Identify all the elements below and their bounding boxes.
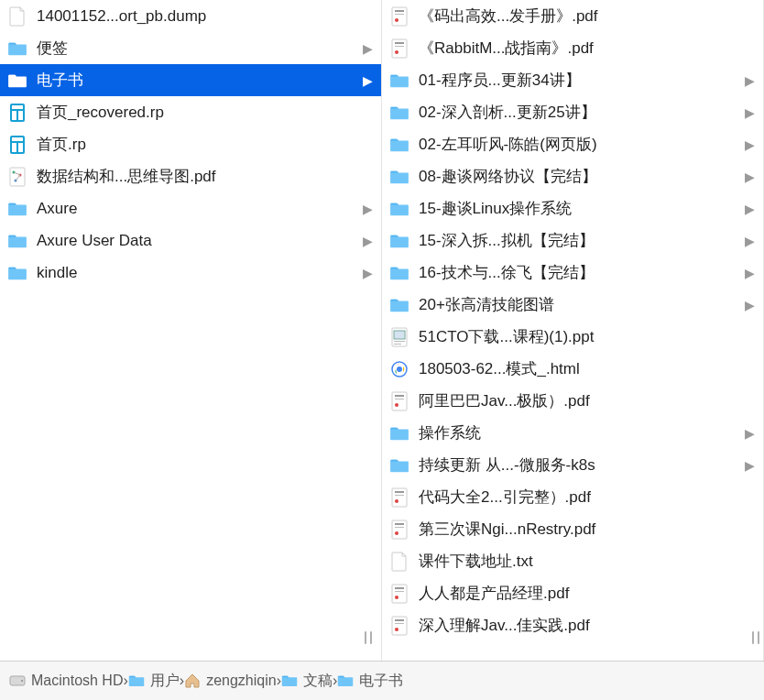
svg-rect-36 [395,523,404,525]
file-label: 14001152...ort_pb.dump [37,7,374,26]
svg-rect-19 [395,46,404,47]
file-label: 02-深入剖析...更新25讲】 [419,102,745,123]
file-label: 操作系统 [419,422,745,443]
path-segment[interactable]: zengzhiqin [184,673,277,689]
svg-rect-14 [395,10,404,12]
file-label: 课件下载地址.txt [419,551,756,572]
folder-row[interactable]: 01-程序员...更新34讲】▶ [382,64,763,96]
svg-rect-32 [395,491,404,493]
folder-row[interactable]: 操作系统▶ [382,417,763,449]
file-label: Axure User Data [37,232,363,250]
svg-rect-33 [395,495,404,496]
finder-column-0[interactable]: 14001152...ort_pb.dump便签▶电子书▶首页_recovere… [0,0,382,661]
path-segment[interactable]: 用户 [128,672,180,691]
file-pdf-icon [389,520,409,540]
path-segment[interactable]: 电子书 [337,672,403,691]
column-resize-handle[interactable] [360,0,377,661]
svg-rect-1 [12,105,23,109]
folder-icon [7,231,27,251]
folder-icon [389,135,409,155]
file-label: 20+张高清技能图谱 [419,294,745,315]
svg-point-31 [395,499,398,503]
file-html-icon [389,359,409,379]
folder-icon [7,263,27,283]
file-label: 人人都是产品经理.pdf [419,583,756,604]
svg-rect-22 [394,341,405,342]
folder-icon [7,71,27,91]
file-pdf-icon [389,391,409,411]
file-label: 180503-62...模式_.html [419,358,756,379]
file-pdf-icon [389,6,409,27]
folder-icon [281,673,298,689]
file-label: kindle [37,264,363,282]
svg-rect-29 [395,399,404,399]
folder-icon [389,295,409,315]
path-segment[interactable]: Macintosh HD [9,673,123,689]
file-row[interactable]: 51CTO下载...课程)(1).ppt [382,321,763,353]
file-row[interactable]: 数据结构和...思维导图.pdf [0,160,381,192]
folder-icon [389,455,409,476]
folder-row[interactable]: kindle▶ [0,257,381,289]
file-row[interactable]: 首页.rp [0,128,381,160]
file-row[interactable]: 深入理解Jav...佳实践.pdf [382,609,763,641]
path-segment[interactable]: 文稿 [281,672,333,691]
svg-point-27 [395,403,398,407]
path-bar[interactable]: Macintosh HD›用户›zengzhiqin›文稿›电子书 [0,661,764,700]
file-label: 15-趣谈Linux操作系统 [419,198,745,219]
file-pdf-icon [389,584,409,604]
file-label: 首页.rp [37,134,374,155]
folder-row[interactable]: 15-深入拆...拟机【完结】▶ [382,224,763,257]
file-row[interactable]: 《码出高效...发手册》.pdf [382,0,763,32]
file-label: 02-左耳听风-陈皓(网页版) [419,134,745,155]
finder-column-1[interactable]: 《码出高效...发手册》.pdf《RabbitM...战指南》.pdf01-程序… [382,0,764,661]
svg-rect-6 [12,143,16,152]
folder-row[interactable]: 08-趣谈网络协议【完结】▶ [382,160,763,192]
file-label: 15-深入拆...拟机【完结】 [419,230,745,251]
folder-icon [7,199,27,219]
file-label: 阿里巴巴Jav...极版）.pdf [419,390,756,411]
folder-row[interactable]: 20+张高清技能图谱▶ [382,289,763,321]
svg-rect-40 [395,587,404,589]
file-txt-icon [389,552,409,572]
file-row[interactable]: 阿里巴巴Jav...极版）.pdf [382,385,763,417]
file-row[interactable]: 14001152...ort_pb.dump [0,0,381,32]
svg-point-35 [395,531,398,535]
file-row[interactable]: 代码大全2...引完整）.pdf [382,481,763,513]
folder-row[interactable]: 持续更新 从...-微服务-k8s▶ [382,449,763,481]
file-label: 08-趣谈网络协议【完结】 [419,166,745,187]
file-row[interactable]: 课件下载地址.txt [382,545,763,577]
file-label: Axure [37,200,363,218]
folder-row[interactable]: 02-左耳听风-陈皓(网页版)▶ [382,128,763,160]
file-row[interactable]: 《RabbitM...战指南》.pdf [382,32,763,64]
folder-row[interactable]: Axure▶ [0,192,381,224]
svg-rect-37 [395,527,404,528]
folder-row[interactable]: 便签▶ [0,32,381,64]
file-generic-icon [7,6,27,27]
folder-row[interactable]: 02-深入剖析...更新25讲】▶ [382,96,763,128]
folder-row[interactable]: Axure User Data▶ [0,224,381,257]
file-label: 《RabbitM...战指南》.pdf [419,38,756,59]
file-row[interactable]: 人人都是产品经理.pdf [382,577,763,609]
svg-rect-41 [395,591,404,592]
path-label: zengzhiqin [206,673,277,689]
folder-icon [7,38,27,59]
file-row[interactable]: 180503-62...模式_.html [382,353,763,385]
file-row[interactable]: 第三次课Ngi...nRestry.pdf [382,513,763,545]
path-label: 用户 [150,672,180,691]
svg-rect-8 [10,168,25,186]
folder-row[interactable]: 16-技术与...徐飞【完结】▶ [382,257,763,289]
folder-icon [128,673,145,689]
path-label: 电子书 [359,672,403,691]
file-ppt-icon [389,327,409,347]
folder-row[interactable]: 15-趣谈Linux操作系统▶ [382,192,763,224]
svg-point-17 [395,50,398,54]
file-pdf-map-icon [7,167,27,187]
file-label: 第三次课Ngi...nRestry.pdf [419,519,756,540]
file-row[interactable]: 首页_recovered.rp [0,96,381,128]
file-label: 持续更新 从...-微服务-k8s [419,454,745,476]
column-resize-handle[interactable] [748,0,764,661]
home-icon [184,673,201,689]
file-rp-icon [7,135,27,155]
path-label: Macintosh HD [31,673,123,689]
folder-row[interactable]: 电子书▶ [0,64,381,96]
